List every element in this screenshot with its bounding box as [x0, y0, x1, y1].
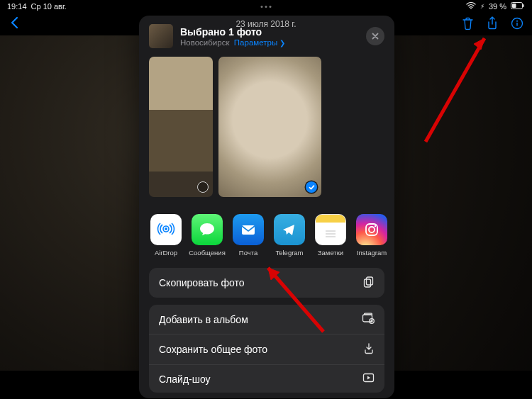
share-sheet: Выбрано 1 фото Новосибирск Параметры ❯ A…	[139, 16, 394, 398]
app-airdrop[interactable]: AirDrop	[149, 214, 183, 257]
album-add-icon	[362, 313, 375, 326]
nav-title: 23 июля 2018 г.	[235, 19, 296, 29]
wifi-icon	[466, 2, 476, 11]
options-link[interactable]: Параметры	[234, 38, 277, 47]
app-label: Заметки	[318, 249, 343, 257]
app-instagram[interactable]: Instagram	[355, 214, 389, 257]
mail-icon	[233, 214, 264, 245]
action-label: Слайд-шоу	[159, 373, 211, 385]
selected-check-icon	[306, 181, 317, 193]
app-label: Instagram	[357, 249, 387, 257]
action-slideshow[interactable]: Слайд-шоу	[149, 364, 384, 393]
action-add-to-album[interactable]: Добавить в альбом	[149, 305, 384, 334]
app-label: AirDrop	[155, 249, 177, 257]
notes-icon	[315, 214, 346, 245]
svg-rect-17	[365, 279, 371, 287]
action-copy-photo[interactable]: Скопировать фото	[149, 268, 384, 298]
messages-icon	[192, 214, 223, 245]
app-notes[interactable]: Заметки	[314, 214, 348, 257]
sheet-location: Новосибирск	[180, 38, 229, 47]
action-label: Добавить в альбом	[159, 314, 248, 325]
instagram-icon	[356, 214, 387, 245]
multitask-dots[interactable]	[261, 6, 272, 8]
share-icon[interactable]	[487, 16, 498, 32]
airdrop-icon	[150, 214, 182, 245]
app-messages[interactable]: Сообщения	[190, 214, 224, 257]
telegram-icon	[274, 214, 305, 245]
action-save-shared[interactable]: Сохранить общее фото	[149, 334, 384, 364]
app-label: Telegram	[275, 249, 303, 257]
svg-point-14	[369, 227, 375, 232]
svg-rect-19	[365, 313, 372, 315]
status-time: 19:14	[7, 2, 27, 11]
svg-rect-16	[367, 277, 373, 285]
chevron-right-icon: ❯	[279, 39, 285, 47]
nav-bar: 23 июля 2018 г.	[0, 13, 532, 35]
battery-percent: 39 %	[489, 2, 506, 11]
play-icon	[362, 373, 375, 385]
svg-point-15	[375, 225, 376, 227]
action-label: Скопировать фото	[159, 277, 245, 288]
action-label: Сохранить общее фото	[159, 344, 267, 355]
svg-rect-6	[516, 22, 517, 26]
download-icon	[363, 342, 375, 356]
live-photo-icon	[197, 181, 209, 193]
app-label: Почта	[239, 249, 257, 257]
svg-point-5	[516, 20, 518, 21]
photo-thumbnail[interactable]	[218, 57, 321, 197]
battery-icon	[511, 2, 525, 11]
status-date: Ср 10 авг.	[31, 2, 67, 11]
app-mail[interactable]: Почта	[231, 214, 265, 257]
copy-icon	[362, 276, 375, 290]
photo-thumbnail[interactable]	[149, 57, 213, 197]
svg-rect-3	[512, 4, 516, 8]
svg-point-0	[470, 8, 472, 9]
status-bar: 19:14 Ср 10 авг. ⚡︎ 39 %	[0, 0, 532, 13]
thumbnail-row[interactable]	[139, 55, 394, 207]
back-button[interactable]	[10, 16, 18, 33]
share-apps-row[interactable]: AirDrop Сообщения Почта Telegram	[139, 214, 394, 257]
info-icon[interactable]	[511, 17, 523, 32]
app-label: Сообщения	[189, 249, 226, 257]
svg-point-8	[165, 227, 167, 230]
app-telegram[interactable]: Telegram	[272, 214, 306, 257]
svg-rect-2	[523, 4, 525, 7]
charging-icon: ⚡︎	[480, 3, 484, 10]
trash-icon[interactable]	[462, 17, 474, 32]
svg-rect-9	[242, 225, 255, 235]
